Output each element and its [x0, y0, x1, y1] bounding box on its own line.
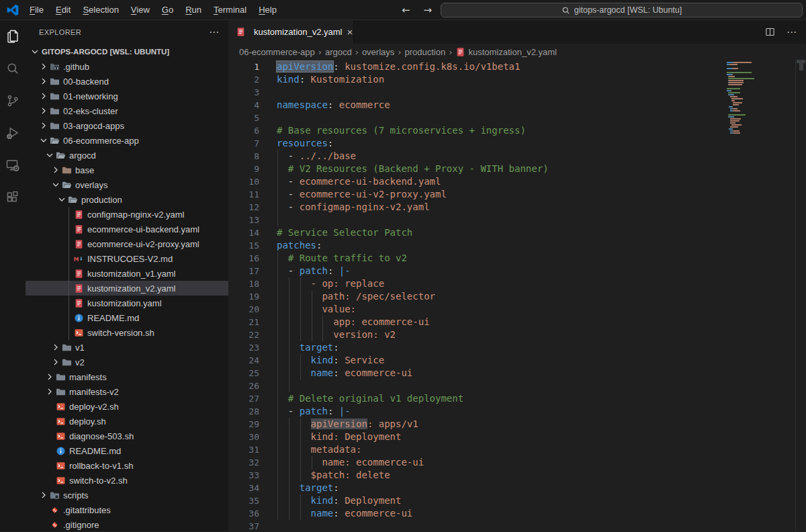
tree-item--github[interactable]: .github — [26, 59, 228, 74]
menu-selection[interactable]: Selection — [77, 0, 124, 20]
minimap[interactable] — [727, 62, 775, 136]
menu-run[interactable]: Run — [179, 0, 208, 20]
menu-view[interactable]: View — [125, 0, 156, 20]
tree-item-readme-md[interactable]: README.md — [26, 310, 228, 325]
command-center-search[interactable]: gitops-argocd [WSL: Ubuntu] — [441, 3, 803, 17]
code-line-33[interactable]: $patch: delete — [228, 469, 795, 482]
code-line-11[interactable]: - ecommerce-ui-v2-proxy.yaml — [228, 188, 795, 201]
code-line-16[interactable]: # Route traffic to v2 — [228, 252, 795, 265]
code-line-35[interactable]: kind: Deployment — [228, 494, 795, 507]
nav-back-icon[interactable]: ← — [402, 4, 410, 16]
code-line-6[interactable]: # Base resources (7 microservices + ingr… — [228, 124, 795, 137]
tab-kustomization-v2[interactable]: kustomization_v2.yaml × — [228, 20, 354, 44]
code-line-19[interactable]: path: /spec/selector — [228, 290, 795, 303]
code-line-32[interactable]: name: ecommerce-ui — [228, 456, 795, 469]
code-line-17[interactable]: - patch: |- — [228, 265, 795, 277]
tree-item-configmap-nginx-v2-yaml[interactable]: configmap-nginx-v2.yaml — [26, 207, 228, 222]
tree-item-switch-version-sh[interactable]: switch-version.sh — [26, 325, 228, 340]
code-line-18[interactable]: - op: replace — [228, 277, 795, 290]
code-line-26[interactable] — [228, 380, 795, 392]
tree-item-rollback-to-v1-sh[interactable]: rollback-to-v1.sh — [26, 458, 228, 473]
code-line-5[interactable] — [228, 112, 795, 124]
code-line-1[interactable]: apiVersion: kustomize.config.k8s.io/v1be… — [228, 60, 795, 73]
breadcrumb-item-06-ecommerce-app[interactable]: 06-ecommerce-app — [239, 47, 315, 57]
breadcrumb-item-argocd[interactable]: argocd — [325, 47, 352, 57]
code-line-22[interactable]: version: v2 — [228, 328, 795, 341]
code-line-29[interactable]: apiVersion: apps/v1 — [228, 418, 795, 431]
split-editor-icon[interactable] — [764, 26, 776, 38]
code-line-9[interactable]: # V2 Resources (Backend + Proxy - WITH b… — [228, 163, 795, 175]
code-line-25[interactable]: name: ecommerce-ui — [228, 367, 795, 380]
tree-item-ecommerce-ui-backend-yaml[interactable]: ecommerce-ui-backend.yaml — [26, 222, 228, 236]
tree-item-03-argocd-apps[interactable]: 03-argocd-apps — [26, 118, 228, 133]
code-line-28[interactable]: - patch: |- — [228, 405, 795, 418]
code-line-14[interactable]: # Service Selector Patch — [228, 226, 795, 239]
breadcrumb-item-production[interactable]: production — [405, 47, 446, 57]
activitybar-remote-explorer-icon[interactable] — [0, 149, 26, 181]
tree-item-argocd[interactable]: argocd — [26, 148, 228, 163]
menu-help[interactable]: Help — [253, 0, 283, 20]
more-actions-icon[interactable]: ⋯ — [787, 26, 797, 38]
code-line-30[interactable]: kind: Deployment — [228, 431, 795, 443]
tree-item-06-ecommerce-app[interactable]: 06-ecommerce-app — [26, 133, 228, 148]
tree-item-manifests-v2[interactable]: manifests-v2 — [26, 384, 228, 399]
menu-edit[interactable]: Edit — [50, 0, 77, 20]
tree-item--gitattributes[interactable]: .gitattributes — [26, 502, 228, 517]
code-area[interactable]: 1234567891011121314151617181920212223242… — [228, 60, 806, 531]
tree-item-v2[interactable]: v2 — [26, 355, 228, 369]
code-line-7[interactable]: resources: — [228, 137, 795, 150]
code-line-20[interactable]: value: — [228, 303, 795, 316]
tree-item-base[interactable]: base — [26, 163, 228, 177]
code-line-4[interactable]: namespace: ecommerce — [228, 99, 795, 112]
code-line-12[interactable]: - configmap-nginx-v2.yaml — [228, 201, 795, 214]
menu-file[interactable]: File — [24, 0, 50, 20]
code-line-31[interactable]: metadata: — [228, 443, 795, 456]
activitybar-run-debug-icon[interactable] — [0, 117, 26, 149]
tree-item-production[interactable]: production — [26, 192, 228, 207]
code-line-15[interactable]: patches: — [228, 239, 795, 252]
menu-terminal[interactable]: Terminal — [208, 0, 253, 20]
code-line-10[interactable]: - ecommerce-ui-backend.yaml — [228, 175, 795, 188]
activitybar-extensions-icon[interactable] — [0, 181, 26, 214]
tree-item-v1[interactable]: v1 — [26, 340, 228, 355]
breadcrumb-item-overlays[interactable]: overlays — [362, 47, 394, 57]
tree-item-ecommerce-ui-v2-proxy-yaml[interactable]: ecommerce-ui-v2-proxy.yaml — [26, 236, 228, 251]
code-line-2[interactable]: kind: Kustomization — [228, 73, 795, 86]
tab-close-icon[interactable]: × — [347, 27, 353, 37]
breadcrumb-item-kustomization-v2-yaml[interactable]: kustomization_v2.yaml — [455, 47, 557, 57]
code-line-34[interactable]: target: — [228, 482, 795, 494]
tree-item-00-backend[interactable]: 00-backend — [26, 74, 228, 89]
explorer-more-actions-icon[interactable]: ⋯ — [209, 26, 219, 38]
activitybar-source-control-icon[interactable] — [0, 85, 26, 117]
activitybar-search-icon[interactable] — [0, 52, 26, 85]
tree-item--gitignore[interactable]: .gitignore — [26, 517, 228, 531]
code-line-21[interactable]: app: ecommerce-ui — [228, 316, 795, 328]
code-line-24[interactable]: kind: Service — [228, 354, 795, 367]
tree-item-kustomization-v2-yaml[interactable]: kustomization_v2.yaml — [26, 281, 228, 296]
tree-item-kustomization-v1-yaml[interactable]: kustomization_v1.yaml — [26, 266, 228, 281]
tree-item-deploy-sh[interactable]: deploy.sh — [26, 414, 228, 429]
code-line-27[interactable]: # Delete original v1 deployment — [228, 392, 795, 405]
code-line-8[interactable]: - ../../base — [228, 150, 795, 163]
tree-item-readme-md[interactable]: README.md — [26, 443, 228, 458]
code-line-3[interactable] — [228, 86, 795, 99]
tree-item-switch-to-v2-sh[interactable]: switch-to-v2.sh — [26, 473, 228, 488]
code-line-23[interactable]: target: — [228, 341, 795, 354]
code-line-13[interactable] — [228, 214, 795, 226]
tree-item-deploy-v2-sh[interactable]: deploy-v2.sh — [26, 399, 228, 414]
tree-item-kustomization-yaml[interactable]: kustomization.yaml — [26, 296, 228, 310]
menu-go[interactable]: Go — [156, 0, 179, 20]
tree-item-instrucoes-v2-md[interactable]: INSTRUCOES-V2.md — [26, 251, 228, 266]
nav-forward-icon[interactable]: → — [424, 4, 433, 16]
tree-item-manifests[interactable]: manifests — [26, 369, 228, 384]
activitybar-explorer-icon[interactable] — [0, 20, 26, 52]
code-line-36[interactable]: name: ecommerce-ui — [228, 507, 795, 520]
scrollbar[interactable] — [795, 60, 806, 531]
tree-item-diagnose-503-sh[interactable]: diagnose-503.sh — [26, 429, 228, 443]
tree-root-folder[interactable]: GITOPS-ARGOCD [WSL: UBUNTU] — [26, 44, 228, 59]
tree-item-overlays[interactable]: overlays — [26, 177, 228, 192]
code-line-37[interactable] — [228, 520, 795, 531]
tree-item-02-eks-cluster[interactable]: 02-eks-cluster — [26, 103, 228, 118]
tree-item-scripts[interactable]: scripts — [26, 488, 228, 502]
tree-item-01-networking[interactable]: 01-networking — [26, 89, 228, 103]
